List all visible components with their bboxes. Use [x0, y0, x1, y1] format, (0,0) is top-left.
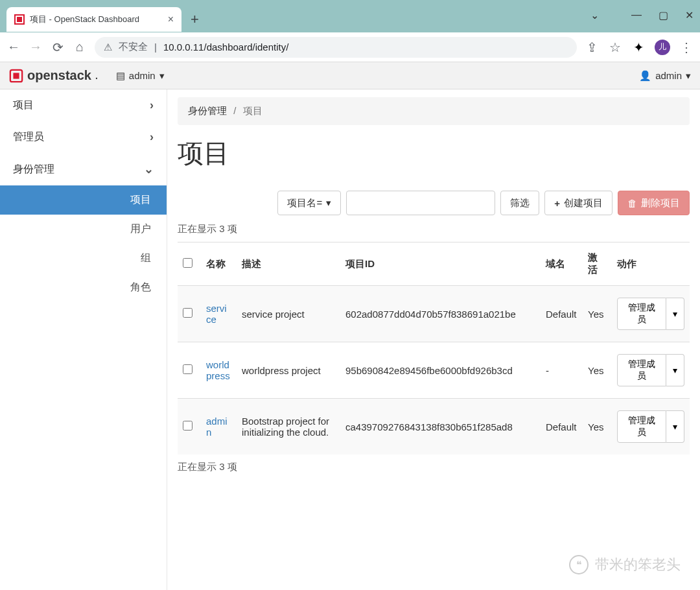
browser-tab[interactable]: 项目 - OpenStack Dashboard × — [6, 7, 181, 32]
row-action-dropdown[interactable]: ▾ — [666, 298, 684, 330]
row-action-dropdown[interactable]: ▾ — [666, 410, 684, 443]
brand-text: openstack — [27, 68, 91, 83]
address-bar: ← → ⟳ ⌂ ⚠ 不安全 | 10.0.0.11/dashboard/iden… — [0, 32, 700, 62]
sidebar-sub-roles[interactable]: 角色 — [0, 273, 167, 302]
project-selector[interactable]: ▤ admin ▾ — [116, 70, 165, 82]
row-count-top: 正在显示 3 项 — [178, 223, 690, 235]
cell-id: 602ad0877dd04d70b57f838691a021be — [340, 286, 541, 342]
plus-icon: + — [554, 198, 560, 209]
share-icon[interactable]: ⇪ — [585, 40, 599, 55]
chevron-down-icon: ⌄ — [144, 162, 154, 176]
filter-button[interactable]: 筛选 — [500, 191, 539, 215]
breadcrumb-sep: / — [233, 105, 236, 116]
reload-icon[interactable]: ⟳ — [51, 40, 65, 55]
cell-id: 95b690842e89456fbe6000bfd926b3cd — [340, 342, 541, 399]
openstack-icon — [9, 69, 23, 83]
content: 身份管理 / 项目 项目 项目名= ▾ 筛选 + 创建项目 🗑 删除项目 正在显… — [167, 89, 700, 590]
watermark-text: 带米的笨老头 — [595, 555, 681, 574]
row-count-bottom: 正在显示 3 项 — [178, 461, 690, 473]
window-controls: ⌄ — ▢ ✕ — [590, 9, 694, 21]
cell-desc: Bootstrap project for initializing the c… — [237, 399, 340, 455]
sidebar-item-label: 项目 — [13, 99, 34, 112]
toolbar: 项目名= ▾ 筛选 + 创建项目 🗑 删除项目 — [178, 191, 690, 215]
wechat-icon: ❝ — [569, 555, 589, 574]
projects-table: 名称 描述 项目ID 域名 激活 动作 serviceservice proje… — [178, 242, 690, 454]
minimize-icon[interactable]: — — [631, 9, 642, 21]
svg-rect-3 — [13, 73, 19, 78]
breadcrumb-current: 项目 — [243, 105, 262, 116]
new-tab-button[interactable]: + — [181, 11, 208, 28]
cell-domain: Default — [541, 399, 583, 455]
select-all-checkbox[interactable] — [183, 258, 192, 268]
menu-icon[interactable]: ⋮ — [679, 40, 694, 55]
extensions-icon[interactable]: ✦ — [631, 40, 646, 55]
th-desc[interactable]: 描述 — [237, 242, 340, 286]
cube-icon: ▤ — [116, 70, 125, 82]
url-input[interactable]: ⚠ 不安全 | 10.0.0.11/dashboard/identity/ — [95, 37, 577, 58]
url-text: 10.0.0.11/dashboard/identity/ — [163, 41, 288, 53]
url-separator: | — [154, 41, 157, 53]
svg-rect-1 — [17, 17, 22, 22]
th-action: 动作 — [612, 242, 690, 286]
cell-id: ca439709276843138f830b651f285ad8 — [340, 399, 541, 455]
table-row: worldpressworldpress project95b690842e89… — [178, 342, 690, 399]
security-label: 不安全 — [119, 41, 148, 53]
chevron-right-icon: › — [150, 99, 154, 112]
caret-icon: ▾ — [326, 197, 331, 209]
maximize-icon[interactable]: ▢ — [659, 9, 668, 21]
openstack-logo[interactable]: openstack. — [9, 68, 98, 83]
profile-avatar[interactable]: 儿 — [655, 40, 670, 55]
back-icon[interactable]: ← — [6, 40, 21, 54]
close-icon[interactable]: × — [168, 14, 174, 25]
row-checkbox[interactable] — [183, 421, 192, 431]
watermark: ❝ 带米的笨老头 — [569, 555, 681, 574]
user-icon: 👤 — [639, 70, 651, 82]
sidebar: 项目 › 管理员 › 身份管理 ⌄ 项目 用户 组 角色 — [0, 89, 167, 590]
manage-members-button[interactable]: 管理成员 — [617, 298, 666, 330]
tab-title: 项目 - OpenStack Dashboard — [30, 14, 163, 25]
sidebar-item-admin[interactable]: 管理员 › — [0, 121, 167, 153]
row-checkbox[interactable] — [183, 364, 192, 374]
manage-members-button[interactable]: 管理成员 — [617, 354, 666, 386]
sidebar-item-project[interactable]: 项目 › — [0, 89, 167, 121]
table-row: adminBootstrap project for initializing … — [178, 399, 690, 455]
breadcrumb-parent[interactable]: 身份管理 — [188, 105, 227, 116]
project-name: admin — [129, 70, 156, 81]
trash-icon: 🗑 — [627, 198, 637, 209]
browser-chrome: 项目 - OpenStack Dashboard × + ⌄ — ▢ ✕ — [0, 0, 700, 32]
cell-desc: worldpress project — [237, 342, 340, 399]
cell-active: Yes — [583, 342, 612, 399]
create-project-button[interactable]: + 创建项目 — [544, 191, 612, 215]
forward-icon[interactable]: → — [29, 40, 43, 54]
page-title: 项目 — [178, 125, 690, 191]
tab-favicon-icon — [14, 14, 25, 25]
cell-active: Yes — [583, 286, 612, 342]
filter-field-dropdown[interactable]: 项目名= ▾ — [277, 191, 341, 215]
bookmark-icon[interactable]: ☆ — [608, 40, 622, 55]
row-checkbox[interactable] — [183, 308, 192, 318]
delete-project-button[interactable]: 🗑 删除项目 — [618, 191, 690, 215]
project-link[interactable]: service — [206, 303, 227, 325]
user-name: admin — [655, 70, 682, 81]
manage-members-button[interactable]: 管理成员 — [617, 410, 666, 443]
home-icon[interactable]: ⌂ — [73, 40, 87, 54]
openstack-header: openstack. ▤ admin ▾ 👤 admin ▾ — [0, 62, 700, 89]
project-link[interactable]: worldpress — [206, 359, 230, 381]
table-row: serviceservice project602ad0877dd04d70b5… — [178, 286, 690, 342]
th-active[interactable]: 激活 — [583, 242, 612, 286]
project-link[interactable]: admin — [206, 416, 228, 438]
filter-input[interactable] — [346, 191, 495, 215]
chevron-down-icon[interactable]: ⌄ — [590, 9, 599, 21]
sidebar-item-identity[interactable]: 身份管理 ⌄ — [0, 153, 167, 185]
th-name[interactable]: 名称 — [201, 242, 237, 286]
sidebar-sub-users[interactable]: 用户 — [0, 215, 167, 244]
sidebar-sub-groups[interactable]: 组 — [0, 244, 167, 273]
user-menu[interactable]: 👤 admin ▾ — [639, 70, 691, 82]
th-id[interactable]: 项目ID — [340, 242, 541, 286]
row-action-dropdown[interactable]: ▾ — [666, 354, 684, 386]
cell-domain: - — [541, 342, 583, 399]
sidebar-sub-projects[interactable]: 项目 — [0, 185, 167, 215]
insecure-icon: ⚠ — [104, 41, 112, 53]
close-window-icon[interactable]: ✕ — [685, 9, 694, 21]
th-domain[interactable]: 域名 — [541, 242, 583, 286]
